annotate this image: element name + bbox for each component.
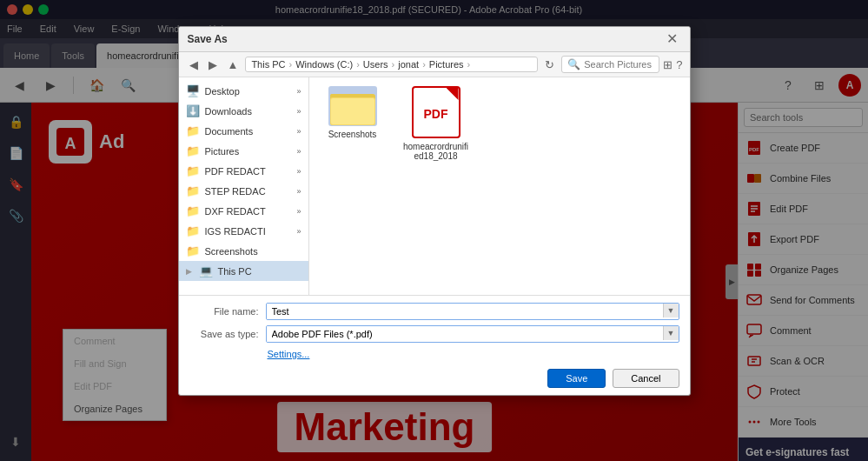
igs-redacti-arrow-icon: » [296,227,301,236]
filetype-input[interactable] [267,326,663,342]
dlg-documents-label: Documents [205,126,254,137]
filename-label: File name: [189,306,259,317]
dialog-refresh-btn[interactable]: ↻ [541,57,558,73]
desktop-icon: 🖥️ [186,84,200,97]
step-redac-arrow-icon: » [296,187,301,196]
dlg-sidebar-pdf-redact[interactable]: 📁 PDF REDACT » [179,161,308,181]
dlg-dxf-redact-label: DXF REDACT [205,206,266,217]
dlg-sidebar-igs-redacti[interactable]: 📁 IGS REDACTI » [179,221,308,241]
filetype-input-wrapper: ▼ [266,325,679,343]
settings-row: Settings... [189,348,679,360]
pdf-file-label: homeacrordrunified18_2018 [401,142,471,161]
bc-user[interactable]: jonat [398,59,419,70]
save-dialog: Save As ✕ ◀ ▶ ▲ This PC › Windows (C:) ›… [178,26,691,396]
filename-dropdown-btn[interactable]: ▼ [663,304,679,317]
dxf-redact-arrow-icon: » [296,207,301,216]
bc-this-pc[interactable]: This PC [251,59,285,70]
dialog-search-box: 🔍 [561,56,659,73]
dialog-files-area: Screenshots PDF homeacrordrunified18_201… [309,77,690,295]
bc-users[interactable]: Users [363,59,388,70]
screenshots-icon: 📁 [186,244,200,257]
dlg-sidebar-pictures[interactable]: 📁 Pictures » [179,141,308,161]
dxf-redact-icon: 📁 [186,204,200,217]
dialog-overlay: Save As ✕ ◀ ▶ ▲ This PC › Windows (C:) ›… [0,0,868,461]
dialog-view-toggle-btn[interactable]: ⊞ [663,58,673,71]
dialog-title: Save As [188,33,228,45]
dlg-sidebar-this-pc[interactable]: ▶ 💻 This PC [179,261,308,281]
cancel-button[interactable]: Cancel [613,369,679,388]
pdf-corner-fold [447,88,459,100]
pictures-folder-icon: 📁 [186,144,200,157]
pdf-redact-arrow-icon: » [296,167,301,176]
downloads-icon: ⬇️ [186,104,200,117]
save-button[interactable]: Save [547,369,606,388]
dlg-desktop-label: Desktop [205,86,240,97]
dlg-sidebar-dxf-redact[interactable]: 📁 DXF REDACT » [179,201,308,221]
filetype-label: Save as type: [189,329,259,339]
dlg-sidebar-documents[interactable]: 📁 Documents » [179,121,308,141]
pdf-logo-text: PDF [424,107,448,121]
screenshots-folder-label: Screenshots [328,130,377,139]
filetype-row: Save as type: ▼ [189,325,679,343]
igs-redacti-icon: 📁 [186,224,200,237]
this-pc-icon: 💻 [199,264,213,277]
filename-row: File name: ▼ [189,303,679,320]
dialog-search-input[interactable] [584,59,653,70]
dialog-search-icon: 🔍 [567,58,580,70]
step-redac-icon: 📁 [186,184,200,197]
bc-pictures[interactable]: Pictures [429,59,464,70]
dlg-pictures-label: Pictures [205,146,240,157]
breadcrumb-bar: This PC › Windows (C:) › Users › jonat ›… [245,57,538,72]
desktop-arrow-icon: » [296,87,301,96]
dlg-sidebar-downloads[interactable]: ⬇️ Downloads » [179,101,308,121]
dlg-step-redac-label: STEP REDAC [205,186,266,197]
dlg-this-pc-label: This PC [218,266,252,277]
dialog-bottom-controls: File name: ▼ Save as type: ▼ Settings...… [179,295,690,395]
pictures-arrow-icon: » [296,147,301,156]
dialog-titlebar: Save As ✕ [179,27,690,52]
dialog-action-buttons: Save Cancel [189,369,679,388]
documents-icon: 📁 [186,124,200,137]
file-item-pdf[interactable]: PDF homeacrordrunified18_2018 [401,86,471,161]
dlg-igs-redacti-label: IGS REDACTI [205,226,266,237]
dialog-close-btn[interactable]: ✕ [663,32,681,46]
filename-input[interactable] [267,304,663,319]
dialog-sidebar: 🖥️ Desktop » ⬇️ Downloads » 📁 Documents … [179,77,309,295]
pdf-redact-icon: 📁 [186,164,200,177]
dialog-up-btn[interactable]: ▲ [224,57,242,73]
dialog-nav-bar: ◀ ▶ ▲ This PC › Windows (C:) › Users › j… [179,52,690,77]
file-item-screenshots[interactable]: Screenshots [318,86,388,161]
dlg-sidebar-step-redac[interactable]: 📁 STEP REDAC » [179,181,308,201]
dialog-back-btn[interactable]: ◀ [186,57,202,73]
pdf-file-icon-wrap: PDF [412,86,461,138]
bc-windows-c[interactable]: Windows (C:) [295,59,353,70]
screenshots-folder-svg [330,87,375,125]
this-pc-expand-icon[interactable]: ▶ [186,267,192,276]
screenshots-folder-icon-wrap [328,86,377,126]
settings-link[interactable]: Settings... [268,349,310,359]
dialog-forward-btn[interactable]: ▶ [205,57,221,73]
downloads-arrow-icon: » [296,107,301,116]
dlg-sidebar-desktop[interactable]: 🖥️ Desktop » [179,81,308,101]
documents-arrow-icon: » [296,127,301,136]
dlg-pdf-redact-label: PDF REDACT [205,166,266,177]
filename-input-wrapper: ▼ [266,303,679,320]
dialog-info-btn[interactable]: ? [676,58,682,71]
dlg-downloads-label: Downloads [205,106,252,117]
filetype-dropdown-btn[interactable]: ▼ [663,326,679,340]
dlg-sidebar-screenshots[interactable]: 📁 Screenshots [179,241,308,261]
dlg-screenshots-label: Screenshots [205,246,258,257]
dialog-main-body: 🖥️ Desktop » ⬇️ Downloads » 📁 Documents … [179,77,690,295]
svg-rect-27 [331,98,374,124]
